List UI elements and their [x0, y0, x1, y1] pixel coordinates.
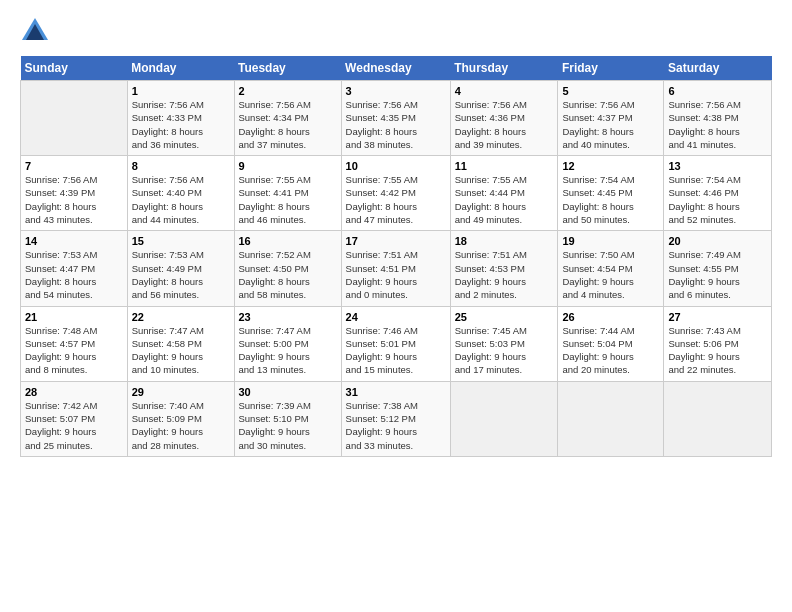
day-number: 7 — [25, 160, 123, 172]
col-header-friday: Friday — [558, 56, 664, 81]
calendar-cell: 31Sunrise: 7:38 AM Sunset: 5:12 PM Dayli… — [341, 381, 450, 456]
logo — [20, 16, 54, 46]
calendar-cell: 14Sunrise: 7:53 AM Sunset: 4:47 PM Dayli… — [21, 231, 128, 306]
calendar-cell — [21, 81, 128, 156]
calendar-week-3: 21Sunrise: 7:48 AM Sunset: 4:57 PM Dayli… — [21, 306, 772, 381]
day-info: Sunrise: 7:49 AM Sunset: 4:55 PM Dayligh… — [668, 248, 767, 301]
day-info: Sunrise: 7:46 AM Sunset: 5:01 PM Dayligh… — [346, 324, 446, 377]
calendar-cell: 18Sunrise: 7:51 AM Sunset: 4:53 PM Dayli… — [450, 231, 558, 306]
calendar-cell: 24Sunrise: 7:46 AM Sunset: 5:01 PM Dayli… — [341, 306, 450, 381]
day-number: 10 — [346, 160, 446, 172]
day-info: Sunrise: 7:44 AM Sunset: 5:04 PM Dayligh… — [562, 324, 659, 377]
day-info: Sunrise: 7:56 AM Sunset: 4:36 PM Dayligh… — [455, 98, 554, 151]
day-number: 15 — [132, 235, 230, 247]
calendar-week-0: 1Sunrise: 7:56 AM Sunset: 4:33 PM Daylig… — [21, 81, 772, 156]
calendar-cell: 28Sunrise: 7:42 AM Sunset: 5:07 PM Dayli… — [21, 381, 128, 456]
col-header-tuesday: Tuesday — [234, 56, 341, 81]
col-header-monday: Monday — [127, 56, 234, 81]
calendar-cell — [450, 381, 558, 456]
day-info: Sunrise: 7:56 AM Sunset: 4:35 PM Dayligh… — [346, 98, 446, 151]
day-number: 25 — [455, 311, 554, 323]
calendar-cell: 25Sunrise: 7:45 AM Sunset: 5:03 PM Dayli… — [450, 306, 558, 381]
day-number: 8 — [132, 160, 230, 172]
calendar-cell: 4Sunrise: 7:56 AM Sunset: 4:36 PM Daylig… — [450, 81, 558, 156]
calendar-cell: 8Sunrise: 7:56 AM Sunset: 4:40 PM Daylig… — [127, 156, 234, 231]
day-info: Sunrise: 7:51 AM Sunset: 4:51 PM Dayligh… — [346, 248, 446, 301]
day-number: 6 — [668, 85, 767, 97]
calendar-cell: 19Sunrise: 7:50 AM Sunset: 4:54 PM Dayli… — [558, 231, 664, 306]
day-info: Sunrise: 7:56 AM Sunset: 4:38 PM Dayligh… — [668, 98, 767, 151]
day-number: 16 — [239, 235, 337, 247]
day-number: 19 — [562, 235, 659, 247]
day-info: Sunrise: 7:56 AM Sunset: 4:34 PM Dayligh… — [239, 98, 337, 151]
calendar-cell: 13Sunrise: 7:54 AM Sunset: 4:46 PM Dayli… — [664, 156, 772, 231]
day-info: Sunrise: 7:45 AM Sunset: 5:03 PM Dayligh… — [455, 324, 554, 377]
day-info: Sunrise: 7:47 AM Sunset: 4:58 PM Dayligh… — [132, 324, 230, 377]
calendar-container: SundayMondayTuesdayWednesdayThursdayFrid… — [0, 0, 792, 612]
day-number: 27 — [668, 311, 767, 323]
col-header-thursday: Thursday — [450, 56, 558, 81]
calendar-cell — [558, 381, 664, 456]
header — [20, 16, 772, 46]
day-number: 13 — [668, 160, 767, 172]
day-number: 24 — [346, 311, 446, 323]
day-number: 31 — [346, 386, 446, 398]
day-info: Sunrise: 7:40 AM Sunset: 5:09 PM Dayligh… — [132, 399, 230, 452]
day-number: 11 — [455, 160, 554, 172]
day-info: Sunrise: 7:51 AM Sunset: 4:53 PM Dayligh… — [455, 248, 554, 301]
day-info: Sunrise: 7:56 AM Sunset: 4:40 PM Dayligh… — [132, 173, 230, 226]
day-number: 28 — [25, 386, 123, 398]
day-number: 22 — [132, 311, 230, 323]
calendar-cell: 3Sunrise: 7:56 AM Sunset: 4:35 PM Daylig… — [341, 81, 450, 156]
day-info: Sunrise: 7:54 AM Sunset: 4:46 PM Dayligh… — [668, 173, 767, 226]
day-info: Sunrise: 7:55 AM Sunset: 4:44 PM Dayligh… — [455, 173, 554, 226]
calendar-cell: 23Sunrise: 7:47 AM Sunset: 5:00 PM Dayli… — [234, 306, 341, 381]
day-info: Sunrise: 7:55 AM Sunset: 4:42 PM Dayligh… — [346, 173, 446, 226]
day-number: 4 — [455, 85, 554, 97]
calendar-cell: 2Sunrise: 7:56 AM Sunset: 4:34 PM Daylig… — [234, 81, 341, 156]
calendar-cell: 6Sunrise: 7:56 AM Sunset: 4:38 PM Daylig… — [664, 81, 772, 156]
calendar-cell: 30Sunrise: 7:39 AM Sunset: 5:10 PM Dayli… — [234, 381, 341, 456]
day-number: 26 — [562, 311, 659, 323]
calendar-cell: 12Sunrise: 7:54 AM Sunset: 4:45 PM Dayli… — [558, 156, 664, 231]
col-header-wednesday: Wednesday — [341, 56, 450, 81]
day-number: 21 — [25, 311, 123, 323]
calendar-cell: 15Sunrise: 7:53 AM Sunset: 4:49 PM Dayli… — [127, 231, 234, 306]
calendar-cell: 1Sunrise: 7:56 AM Sunset: 4:33 PM Daylig… — [127, 81, 234, 156]
calendar-cell: 9Sunrise: 7:55 AM Sunset: 4:41 PM Daylig… — [234, 156, 341, 231]
day-number: 2 — [239, 85, 337, 97]
calendar-cell: 7Sunrise: 7:56 AM Sunset: 4:39 PM Daylig… — [21, 156, 128, 231]
col-header-saturday: Saturday — [664, 56, 772, 81]
day-info: Sunrise: 7:38 AM Sunset: 5:12 PM Dayligh… — [346, 399, 446, 452]
calendar-body: 1Sunrise: 7:56 AM Sunset: 4:33 PM Daylig… — [21, 81, 772, 457]
calendar-cell: 5Sunrise: 7:56 AM Sunset: 4:37 PM Daylig… — [558, 81, 664, 156]
day-info: Sunrise: 7:48 AM Sunset: 4:57 PM Dayligh… — [25, 324, 123, 377]
day-number: 14 — [25, 235, 123, 247]
logo-icon — [20, 16, 50, 46]
calendar-cell: 16Sunrise: 7:52 AM Sunset: 4:50 PM Dayli… — [234, 231, 341, 306]
calendar-week-2: 14Sunrise: 7:53 AM Sunset: 4:47 PM Dayli… — [21, 231, 772, 306]
calendar-cell: 17Sunrise: 7:51 AM Sunset: 4:51 PM Dayli… — [341, 231, 450, 306]
day-number: 17 — [346, 235, 446, 247]
col-header-sunday: Sunday — [21, 56, 128, 81]
calendar-week-1: 7Sunrise: 7:56 AM Sunset: 4:39 PM Daylig… — [21, 156, 772, 231]
day-number: 18 — [455, 235, 554, 247]
day-info: Sunrise: 7:43 AM Sunset: 5:06 PM Dayligh… — [668, 324, 767, 377]
day-number: 23 — [239, 311, 337, 323]
day-info: Sunrise: 7:55 AM Sunset: 4:41 PM Dayligh… — [239, 173, 337, 226]
day-number: 9 — [239, 160, 337, 172]
calendar-cell: 10Sunrise: 7:55 AM Sunset: 4:42 PM Dayli… — [341, 156, 450, 231]
day-number: 12 — [562, 160, 659, 172]
calendar-cell: 29Sunrise: 7:40 AM Sunset: 5:09 PM Dayli… — [127, 381, 234, 456]
day-info: Sunrise: 7:42 AM Sunset: 5:07 PM Dayligh… — [25, 399, 123, 452]
day-info: Sunrise: 7:50 AM Sunset: 4:54 PM Dayligh… — [562, 248, 659, 301]
day-number: 20 — [668, 235, 767, 247]
day-info: Sunrise: 7:56 AM Sunset: 4:33 PM Dayligh… — [132, 98, 230, 151]
calendar-cell: 22Sunrise: 7:47 AM Sunset: 4:58 PM Dayli… — [127, 306, 234, 381]
day-number: 29 — [132, 386, 230, 398]
day-info: Sunrise: 7:39 AM Sunset: 5:10 PM Dayligh… — [239, 399, 337, 452]
calendar-cell: 21Sunrise: 7:48 AM Sunset: 4:57 PM Dayli… — [21, 306, 128, 381]
day-info: Sunrise: 7:47 AM Sunset: 5:00 PM Dayligh… — [239, 324, 337, 377]
day-info: Sunrise: 7:53 AM Sunset: 4:47 PM Dayligh… — [25, 248, 123, 301]
day-info: Sunrise: 7:52 AM Sunset: 4:50 PM Dayligh… — [239, 248, 337, 301]
